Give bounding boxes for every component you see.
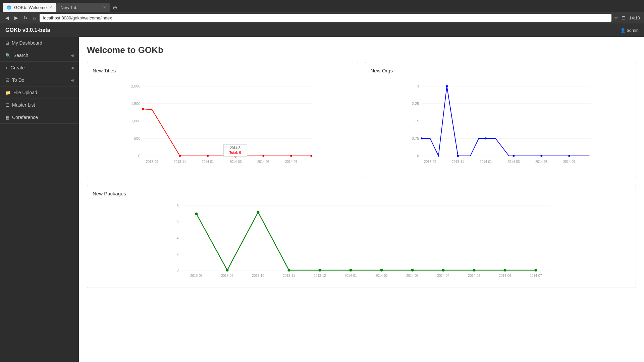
svg-text:2014-01: 2014-01 [479, 160, 492, 164]
svg-point-74 [288, 269, 290, 272]
svg-text:2014-01: 2014-01 [202, 160, 214, 164]
svg-point-81 [504, 269, 506, 272]
sidebar-item-coreference[interactable]: ▦ Coreference [0, 111, 79, 124]
svg-point-22 [310, 155, 312, 157]
svg-point-80 [473, 269, 476, 272]
svg-text:2.25: 2.25 [412, 102, 419, 106]
svg-text:2014-02: 2014-02 [375, 274, 388, 278]
svg-text:2013-11: 2013-11 [174, 160, 186, 164]
active-tab[interactable]: 🌐 GOKb: Welcome ✕ [3, 3, 56, 12]
svg-text:2014-06: 2014-06 [499, 274, 511, 278]
new-packages-chart-area: 8 6 4 2 0 2013-08 [93, 200, 630, 282]
new-orgs-chart-card: New Orgs 3 2.25 1.5 0.75 0 [365, 62, 636, 178]
sidebar-label-search: Search [13, 53, 28, 58]
chevron-icon-todo: ◀ [71, 78, 73, 82]
svg-point-44 [457, 155, 459, 157]
home-button[interactable]: ⌂ [32, 14, 37, 21]
menu-icon[interactable]: ☰ [622, 15, 626, 20]
svg-text:500: 500 [134, 136, 140, 140]
svg-text:2014-07: 2014-07 [285, 160, 298, 164]
svg-text:0: 0 [138, 154, 140, 158]
dashboard-icon: ⊞ [5, 41, 9, 46]
svg-point-17 [179, 155, 181, 157]
address-input[interactable]: localhost:8080/gokb/welcome/index [40, 14, 611, 22]
masterlist-icon: ☰ [5, 103, 9, 108]
svg-point-21 [290, 155, 292, 157]
back-button[interactable]: ◀ [4, 14, 10, 21]
sidebar-item-fileupload[interactable]: 📁 File Upload [0, 86, 79, 99]
app: GOKb v3.0.1-beta 👤 admin ⊞ My Dashboard … [0, 23, 644, 362]
svg-text:2013-09: 2013-09 [424, 160, 436, 164]
sidebar-item-search[interactable]: 🔍 Search ◀ [0, 49, 79, 62]
tab-bar: 🌐 GOKb: Welcome ✕ New Tab ✕ ⊕ [0, 0, 644, 12]
sidebar: ⊞ My Dashboard 🔍 Search ◀ + Create ◀ ☑ T… [0, 37, 79, 362]
svg-text:8: 8 [176, 204, 178, 208]
svg-point-46 [513, 155, 515, 157]
new-packages-chart-title: New Packages [93, 191, 630, 196]
svg-point-82 [535, 269, 537, 272]
svg-text:2: 2 [176, 252, 178, 256]
charts-top-row: New Titles 2,000 1,500 1,000 500 0 [87, 62, 636, 178]
bookmark-icon[interactable]: ☆ [614, 15, 618, 20]
new-tab-button[interactable]: ⊕ [110, 3, 119, 12]
svg-text:2014-03: 2014-03 [229, 160, 242, 164]
chevron-icon-search: ◀ [71, 53, 73, 58]
create-icon: + [5, 65, 8, 70]
sidebar-item-dashboard[interactable]: ⊞ My Dashboard [0, 37, 79, 49]
charts-bottom-row: New Packages 8 6 4 2 0 [87, 185, 636, 288]
svg-text:2014-07: 2014-07 [563, 160, 575, 164]
svg-text:2013-08: 2013-08 [190, 274, 203, 278]
tab-label-2: New Tab [60, 5, 77, 10]
sidebar-label-fileupload: File Upload [13, 90, 37, 95]
browser-chrome: 🌐 GOKb: Welcome ✕ New Tab ✕ ⊕ ◀ ▶ ↻ ⌂ lo… [0, 0, 644, 23]
app-user: 👤 admin [620, 28, 639, 33]
svg-point-18 [207, 155, 209, 157]
new-titles-chart-title: New Titles [93, 68, 353, 73]
page-title: Welcome to GOKb [87, 45, 636, 55]
new-orgs-chart-area: 3 2.25 1.5 0.75 0 2013-09 [371, 77, 631, 173]
svg-text:1,000: 1,000 [131, 119, 141, 123]
new-titles-chart-area: 2,000 1,500 1,000 500 0 2 [93, 77, 353, 173]
svg-text:2014-04: 2014-04 [437, 274, 449, 278]
sidebar-item-todo[interactable]: ☑ To Do ◀ [0, 74, 79, 86]
tab-close-button[interactable]: ✕ [49, 5, 52, 10]
inactive-tab[interactable]: New Tab ✕ [56, 3, 110, 12]
svg-text:4: 4 [176, 236, 178, 240]
sidebar-item-create[interactable]: + Create ◀ [0, 62, 79, 74]
sidebar-item-masterlist[interactable]: ☰ Master List [0, 99, 79, 111]
svg-text:1,500: 1,500 [131, 102, 141, 106]
svg-point-45 [485, 137, 487, 139]
sidebar-label-masterlist: Master List [12, 102, 35, 108]
svg-text:2013-09: 2013-09 [146, 160, 158, 164]
app-body: ⊞ My Dashboard 🔍 Search ◀ + Create ◀ ☑ T… [0, 37, 644, 362]
svg-text:2013-10: 2013-10 [252, 274, 264, 278]
svg-point-42 [421, 137, 423, 139]
svg-point-20 [262, 155, 264, 157]
reload-button[interactable]: ↻ [22, 14, 29, 21]
svg-point-76 [350, 269, 352, 272]
svg-point-47 [540, 155, 542, 157]
sidebar-label-create: Create [11, 65, 25, 70]
svg-point-77 [380, 269, 383, 272]
forward-button[interactable]: ▶ [13, 14, 19, 21]
svg-point-72 [226, 269, 229, 272]
svg-point-78 [411, 269, 414, 272]
svg-text:0.75: 0.75 [412, 136, 419, 140]
svg-text:0: 0 [417, 154, 419, 158]
new-orgs-chart-title: New Orgs [371, 68, 631, 73]
svg-point-75 [319, 269, 321, 272]
svg-text:2013-09: 2013-09 [221, 274, 233, 278]
svg-text:2014-05: 2014-05 [257, 160, 270, 164]
main-content: Welcome to GOKb New Titles 2,000 1,500 1… [79, 37, 644, 362]
svg-text:2014-03: 2014-03 [406, 274, 419, 278]
svg-point-16 [142, 108, 144, 110]
svg-text:0: 0 [176, 268, 178, 272]
tab-close-button-2[interactable]: ✕ [103, 5, 106, 10]
search-icon: 🔍 [5, 53, 11, 58]
new-titles-svg: 2,000 1,500 1,000 500 0 2 [93, 77, 353, 171]
new-orgs-svg: 3 2.25 1.5 0.75 0 2013-09 [371, 77, 631, 171]
svg-text:2013-11: 2013-11 [451, 160, 464, 164]
sidebar-label-dashboard: My Dashboard [12, 40, 42, 46]
chevron-icon-create: ◀ [71, 66, 73, 70]
svg-text:2014-07: 2014-07 [530, 274, 542, 278]
